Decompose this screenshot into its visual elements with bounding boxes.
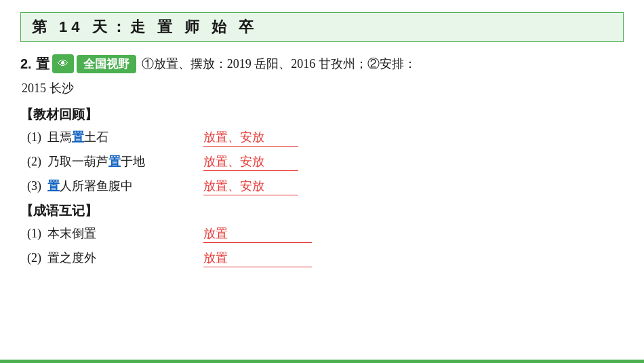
item-2-answer: 放置、安放 [203,153,298,171]
list-item: (1) 且焉置土石 放置、安放 [20,129,624,147]
item-1-answer: 放置、安放 [203,129,298,147]
idiom-2-id: (2) [27,251,45,265]
item-1-highlight: 置 [72,130,84,144]
title-bar: 第 14 天：走 置 师 始 卒 [20,12,624,42]
idiom-1-answer: 放置 [203,225,312,243]
item-3-highlight: 置 [47,179,60,193]
national-badge: 全国视野 [77,55,136,73]
item-3-text: (3) 置人所署鱼腹中 [27,178,203,194]
page-title: 第 14 天：走 置 师 始 卒 [32,17,258,37]
section-char: 置 [36,55,49,73]
idiom-1-id: (1) [27,227,45,240]
item-2-text: (2) 乃取一葫芦置于地 [27,153,203,170]
item-2-id: (2) [27,155,45,168]
list-item: (3) 置人所署鱼腹中 放置、安放 [20,178,624,195]
item-3-after: 人所署鱼腹中 [60,179,133,193]
section-header: 2. 置 👁 全国视野 ①放置、摆放：2019 岳阳、2016 甘孜州；②安排： [20,54,624,73]
idiom-1-text: (1) 本末倒置 [27,225,203,242]
idiom-2-text: (2) 置之度外 [27,250,203,266]
idiom-2-answer: 放置 [203,250,312,267]
item-3-id: (3) [27,179,45,193]
idiom-1-label: 本末倒置 [47,227,96,240]
bottom-border [0,360,644,363]
textbook-review-header: 【教材回顾】 [20,106,624,123]
list-item: (1) 本末倒置 放置 [20,225,624,243]
section-desc: ①放置、摆放：2019 岳阳、2016 甘孜州；②安排： [142,56,416,72]
section-desc-line2: 2015 长沙 [20,80,624,96]
item-1-id: (1) [27,130,45,144]
item-1-text: (1) 且焉置土石 [27,129,203,145]
eye-icon-wrapper: 👁 [52,54,74,73]
item-2-before: 乃取一葫芦 [47,155,108,168]
item-1-before: 且焉 [47,130,72,144]
eye-icon: 👁 [58,58,68,69]
list-item: (2) 置之度外 放置 [20,250,624,267]
item-1-after: 土石 [84,130,108,144]
page-container: 第 14 天：走 置 师 始 卒 2. 置 👁 全国视野 ①放置、摆放：2019… [0,0,644,363]
list-item: (2) 乃取一葫芦置于地 放置、安放 [20,153,624,171]
item-2-highlight: 置 [108,155,121,168]
item-2-after: 于地 [121,155,145,168]
idiom-review-header: 【成语互记】 [20,202,624,220]
section-number: 2. [20,56,32,72]
item-3-answer: 放置、安放 [203,178,298,195]
idiom-2-label: 置之度外 [47,251,96,265]
